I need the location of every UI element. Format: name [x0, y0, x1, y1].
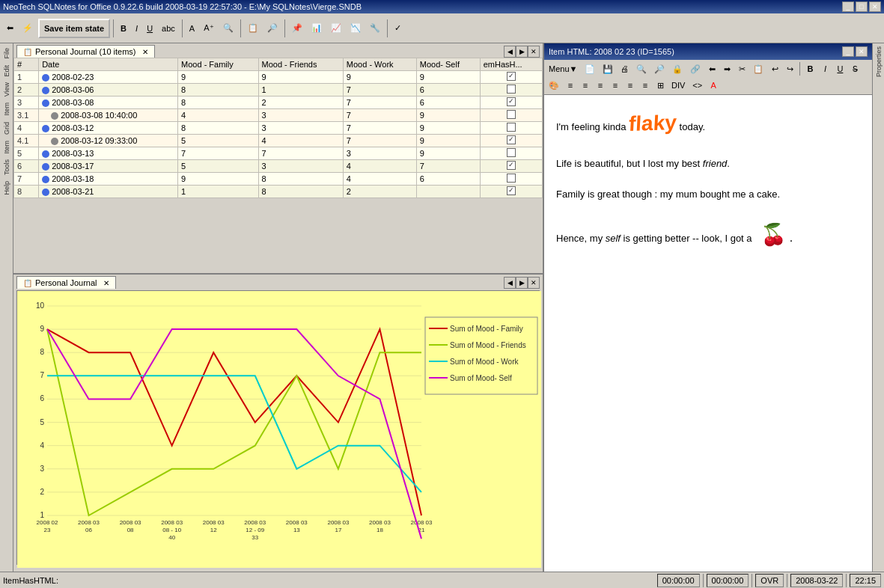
html-list-ul[interactable]: ≡ [638, 78, 652, 93]
nav-left-top[interactable]: ◀ [504, 46, 516, 58]
close-button[interactable]: ✕ [869, 1, 881, 12]
toolbar-new[interactable]: ⚡ [19, 18, 37, 39]
tab-personal-journal-top[interactable]: 📋 Personal Journal (10 items) ✕ [16, 45, 155, 58]
html-align-left[interactable]: ≡ [564, 78, 577, 93]
content-line2: Life is beautiful, but I lost my best fr… [556, 156, 860, 172]
properties-label[interactable]: Properties [874, 43, 884, 80]
table-row[interactable]: 2 2008-03-06 8 1 7 6 [14, 84, 543, 97]
cell-num: 3 [14, 97, 39, 109]
html-table[interactable]: ⊞ [653, 78, 667, 93]
html-justify[interactable]: ≡ [609, 78, 622, 93]
html-content[interactable]: I'm feeling kinda flaky today. Life is b… [544, 95, 872, 572]
close-tab-top[interactable]: ✕ [142, 48, 148, 56]
table-scroll[interactable]: # Date Mood - Family Mood - Friends Mood… [13, 58, 543, 198]
toolbar-t5[interactable]: 🔧 [366, 18, 384, 39]
toolbar-b[interactable]: B [117, 18, 130, 39]
sidebar-help[interactable]: Help [1, 178, 11, 198]
toolbar-abc[interactable]: abc [158, 18, 179, 39]
toolbar-i[interactable]: I [132, 18, 141, 39]
sidebar-tools[interactable]: Tools [1, 156, 11, 178]
nav-left-bottom[interactable]: ◀ [504, 277, 516, 289]
sidebar-file[interactable]: File [1, 45, 11, 62]
html-copy-btn[interactable]: 📋 [750, 61, 766, 76]
html-lock[interactable]: 🔒 [669, 61, 686, 76]
status-sep4 [846, 574, 847, 587]
close-tab-bottom[interactable]: ✕ [103, 279, 109, 287]
nav-close-bottom[interactable]: ✕ [528, 277, 540, 289]
html-color[interactable]: 🎨 [546, 78, 562, 93]
toolbar-t1[interactable]: 📌 [288, 18, 306, 39]
table-row[interactable]: 7 2008-03-18 9 8 4 6 [14, 173, 543, 186]
html-zoom-out[interactable]: 🔎 [651, 61, 668, 76]
save-item-state-button[interactable]: Save item state [38, 19, 110, 38]
maximize-button[interactable]: □ [856, 1, 868, 12]
toolbar-t3[interactable]: 📈 [327, 18, 345, 39]
sidebar-edit[interactable]: Edit [1, 62, 11, 80]
html-print[interactable]: 🖨 [618, 61, 632, 76]
app-title: NeoTech SQLNotes for Office 0.9.22.6 bui… [3, 2, 362, 11]
html-save[interactable]: 💾 [600, 61, 616, 76]
cell-mood-friends: 1 [258, 84, 343, 97]
html-forward[interactable]: ➡ [720, 61, 734, 76]
menu-button[interactable]: Menu▼ [546, 61, 580, 76]
cell-mood-family: 8 [178, 122, 258, 135]
sidebar-item[interactable]: Item [1, 99, 11, 119]
html-redo[interactable]: ↪ [783, 61, 796, 76]
table-row[interactable]: 3 2008-03-08 8 2 7 6 [14, 97, 543, 109]
html-undo[interactable]: ↩ [768, 61, 781, 76]
toolbar-a1[interactable]: A [186, 18, 198, 39]
tab-personal-journal-bottom[interactable]: 📋 Personal Journal ✕ [16, 276, 116, 289]
toolbar-u[interactable]: U [143, 18, 156, 39]
html-underline[interactable]: U [833, 61, 847, 76]
nav-close-top[interactable]: ✕ [528, 46, 540, 58]
nav-right-top[interactable]: ▶ [516, 46, 528, 58]
html-source[interactable]: <> [689, 78, 705, 93]
html-div[interactable]: DIV [668, 78, 688, 93]
table-row[interactable]: 1 2008-02-23 9 9 9 9 [14, 71, 543, 84]
toolbar-copy[interactable]: 📋 [244, 18, 262, 39]
sidebar-item2[interactable]: Item [1, 138, 11, 157]
toolbar-back[interactable]: ⬅ [3, 18, 17, 39]
cell-num: 4 [14, 122, 39, 135]
table-row[interactable]: 5 2008-03-13 7 7 3 9 [14, 147, 543, 160]
status-time2: 00:00:00 [707, 574, 749, 587]
cell-num: 3.1 [14, 109, 39, 122]
html-strike[interactable]: S̶ [848, 61, 862, 76]
html-bold[interactable]: B [803, 61, 817, 76]
table-row[interactable]: 3.1 2008-03-08 10:40:00 4 3 7 9 [14, 109, 543, 122]
table-row[interactable]: 8 2008-03-21 1 8 2 [14, 186, 543, 198]
minimize-button[interactable]: _ [842, 1, 854, 12]
html-font-color[interactable]: A [707, 78, 720, 93]
html-link[interactable]: 🔗 [687, 61, 704, 76]
cell-num: 8 [14, 186, 39, 198]
html-new[interactable]: 📄 [582, 61, 598, 76]
period-after-cherry: . [790, 231, 793, 244]
toolbar-find[interactable]: 🔎 [263, 18, 281, 39]
nav-right-bottom[interactable]: ▶ [516, 277, 528, 289]
sidebar-view[interactable]: View [1, 79, 11, 99]
top-tab-bar: 📋 Personal Journal (10 items) ✕ ◀ ▶ ✕ [13, 43, 543, 58]
window-controls[interactable]: _ □ ✕ [842, 1, 881, 12]
right-minimize[interactable]: _ [842, 46, 854, 57]
cell-mood-self: 9 [416, 109, 480, 122]
checkbox-unchecked [507, 123, 516, 132]
toolbar-a2[interactable]: A⁺ [200, 18, 217, 39]
sidebar-grid[interactable]: Grid [1, 119, 11, 138]
right-close[interactable]: ✕ [856, 46, 868, 57]
html-italic[interactable]: I [818, 61, 832, 76]
table-row[interactable]: 6 2008-03-17 5 3 4 7 [14, 160, 543, 173]
html-cut[interactable]: ✂ [735, 61, 749, 76]
table-row[interactable]: 4.1 2008-03-12 09:33:00 5 4 7 9 [14, 135, 543, 147]
toolbar-t4[interactable]: 📉 [347, 18, 365, 39]
main-toolbar: ⬅ ⚡ Save item state B I U abc A A⁺ 🔍 📋 🔎… [0, 13, 884, 43]
html-zoom-in[interactable]: 🔍 [633, 61, 650, 76]
html-align-center[interactable]: ≡ [579, 78, 592, 93]
html-back[interactable]: ⬅ [705, 61, 719, 76]
toolbar-t2[interactable]: 📊 [308, 18, 326, 39]
html-list-ol[interactable]: ≡ [624, 78, 637, 93]
toolbar-ok[interactable]: ✓ [391, 18, 405, 39]
table-row[interactable]: 4 2008-03-12 8 3 7 9 [14, 122, 543, 135]
html-align-right[interactable]: ≡ [594, 78, 607, 93]
content-line4-after: is getting better -- look, I got a [621, 233, 752, 244]
toolbar-search[interactable]: 🔍 [219, 18, 237, 39]
